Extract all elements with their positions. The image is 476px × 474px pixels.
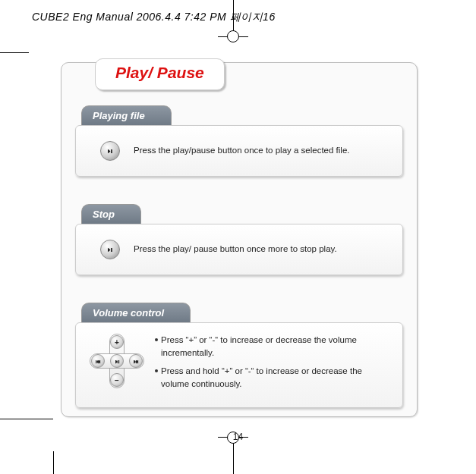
bullet-icon xyxy=(155,338,158,341)
dpad-plus-icon: + xyxy=(110,335,124,349)
crop-mark xyxy=(0,419,53,419)
page-title: Play/ Pause xyxy=(115,64,204,81)
section-body: ⏯ Press the play/pause button once to pl… xyxy=(75,125,403,177)
crop-mark xyxy=(53,451,54,474)
section-label: Volume control xyxy=(81,303,191,322)
crop-mark xyxy=(227,30,239,42)
dpad-minus-icon: − xyxy=(110,373,124,387)
section-body: ⏯ Press the play/ pause button once more… xyxy=(75,224,403,275)
page-title-tab: Play/ Pause xyxy=(95,58,225,90)
bullet-text: Press “+” or “-“ to increase or decrease… xyxy=(161,334,392,359)
dpad-play-icon: ⏯ xyxy=(110,354,124,368)
bullet-icon xyxy=(155,369,158,372)
list-item: Press “+” or “-“ to increase or decrease… xyxy=(155,334,392,359)
bullet-text: Press and hold “+” or “-“ to increase or… xyxy=(161,365,392,390)
dpad-next-icon: ⏭ xyxy=(129,354,143,368)
list-item: Press and hold “+” or “-“ to increase or… xyxy=(155,365,392,390)
section-label: Stop xyxy=(81,204,141,224)
section-volume-control: Volume control + − ⏮ ⏭ ⏯ Press “+” or “-… xyxy=(75,303,403,408)
bullet-list: Press “+” or “-“ to increase or decrease… xyxy=(155,334,392,397)
dpad-control-icon: + − ⏮ ⏭ ⏯ xyxy=(90,334,144,388)
section-stop: Stop ⏯ Press the play/ pause button once… xyxy=(75,204,403,275)
manual-page: Play/ Pause Playing file ⏯ Press the pla… xyxy=(61,62,418,417)
page-number: 14 xyxy=(233,432,243,442)
play-pause-icon: ⏯ xyxy=(100,240,120,259)
dpad-prev-icon: ⏮ xyxy=(91,354,105,368)
section-playing-file: Playing file ⏯ Press the play/pause butt… xyxy=(75,105,403,177)
crop-mark xyxy=(0,52,29,53)
section-label: Playing file xyxy=(81,105,172,125)
play-pause-icon: ⏯ xyxy=(100,141,120,161)
section-text: Press the play/ pause button once more t… xyxy=(134,243,337,256)
doc-header: CUBE2 Eng Manual 2006.4.4 7:42 PM 페이지16 xyxy=(32,11,276,24)
section-body: + − ⏮ ⏭ ⏯ Press “+” or “-“ to increase o… xyxy=(75,322,403,408)
section-text: Press the play/pause button once to play… xyxy=(134,145,350,157)
